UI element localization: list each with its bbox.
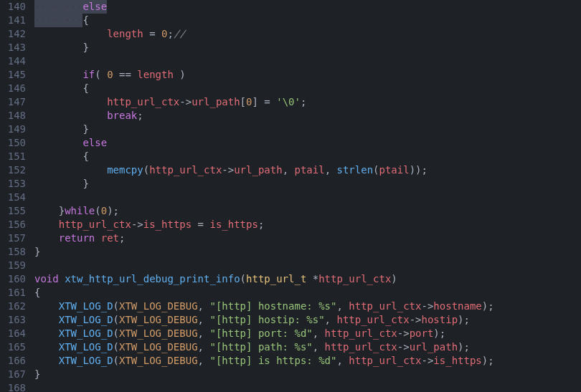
token-str: "[http] hostname: %s" <box>209 300 336 312</box>
token-var: length <box>137 69 174 80</box>
code-line[interactable]: break; <box>34 109 581 123</box>
code-line[interactable] <box>34 259 581 272</box>
token-num: 0 <box>101 205 107 216</box>
code-line[interactable]: { <box>34 82 581 95</box>
token-op: ] = <box>252 96 276 107</box>
token-var: url_path <box>410 341 458 353</box>
token-op: ; <box>258 219 264 230</box>
token-op: ) <box>174 69 186 80</box>
token-op: , <box>198 328 210 339</box>
token-op: ( <box>113 328 119 339</box>
token-op: ( <box>143 164 149 176</box>
line-number: 163 <box>7 313 26 327</box>
code-line[interactable]: http_url_ctx->url_path[0] = '\0'; <box>34 95 581 109</box>
token-called: strlen <box>337 164 374 176</box>
token-const: XTW_LOG_DEBUG <box>119 341 198 353</box>
token-var: ret <box>101 232 119 244</box>
code-line[interactable]: XTW_LOG_D(XTW_LOG_DEBUG, "[http] port: %… <box>34 327 581 340</box>
token-var: length <box>107 28 143 39</box>
token-var: http_url_ctx <box>349 300 421 312</box>
token-op: { <box>34 150 89 162</box>
token-str: "[http] port: %d" <box>209 328 312 339</box>
line-number-gutter: 1401411421431441451461471481491501511521… <box>0 0 34 392</box>
token-op: } <box>34 246 40 257</box>
token-op: ( <box>95 69 107 80</box>
token-op: { <box>34 287 40 298</box>
token-op <box>34 341 59 353</box>
code-line[interactable]: else <box>34 136 581 150</box>
line-number: 145 <box>7 68 26 82</box>
code-line[interactable]: ········else <box>34 0 581 14</box>
token-op: ) <box>391 273 397 285</box>
line-number: 150 <box>7 136 26 150</box>
token-called: XTW_LOG_D <box>59 341 113 353</box>
code-line[interactable]: { <box>34 286 581 300</box>
token-op: ( <box>113 314 119 325</box>
token-num: 0 <box>107 69 113 80</box>
code-line[interactable] <box>34 381 581 392</box>
token-op: [ <box>240 96 246 107</box>
token-kw: return <box>59 232 95 244</box>
token-op: , <box>313 328 325 339</box>
token-ws: ········ <box>34 14 82 26</box>
code-line[interactable]: } <box>34 177 581 191</box>
token-op: -> <box>397 328 410 339</box>
token-op: ); <box>433 328 445 339</box>
code-line[interactable]: { <box>34 150 581 163</box>
code-line[interactable]: } <box>34 368 581 381</box>
token-op: ( <box>113 300 119 312</box>
token-var: http_url_ctx <box>149 164 222 176</box>
token-op: -> <box>421 355 433 366</box>
token-op: , <box>283 164 295 176</box>
token-op <box>34 28 107 39</box>
line-number: 165 <box>7 340 26 354</box>
token-called: XTW_LOG_D <box>59 300 113 312</box>
token-sel: ········else <box>34 0 107 14</box>
code-area[interactable]: ········else········{ length = 0;// } if… <box>34 0 581 392</box>
token-called: XTW_LOG_D <box>59 355 113 366</box>
line-number: 168 <box>7 381 26 392</box>
token-op: , <box>198 314 210 325</box>
line-number: 151 <box>7 150 26 163</box>
token-op <box>59 273 65 285</box>
code-line[interactable]: XTW_LOG_D(XTW_LOG_DEBUG, "[http] hostnam… <box>34 300 581 313</box>
token-op: ); <box>482 300 494 312</box>
line-number: 148 <box>7 109 26 123</box>
code-editor[interactable]: 1401411421431441451461471481491501511521… <box>0 0 581 392</box>
code-line[interactable]: http_url_ctx->is_https = is_https; <box>34 218 581 231</box>
code-line[interactable]: XTW_LOG_D(XTW_LOG_DEBUG, "[http] hostip:… <box>34 313 581 327</box>
code-line[interactable]: XTW_LOG_D(XTW_LOG_DEBUG, "[http] path: %… <box>34 340 581 354</box>
code-line[interactable]: return ret; <box>34 231 581 245</box>
code-line[interactable]: memcpy(http_url_ctx->url_path, ptail, st… <box>34 163 581 177</box>
token-var: is_https <box>143 219 192 230</box>
token-type: http_url_t <box>246 273 306 285</box>
code-line[interactable]: void xtw_http_url_debug_print_info(http_… <box>34 272 581 286</box>
line-number: 146 <box>7 82 26 95</box>
token-kw: if <box>82 69 95 80</box>
code-line[interactable]: length = 0;// <box>34 27 581 41</box>
token-op: ); <box>107 205 119 216</box>
token-op <box>34 314 59 325</box>
code-line[interactable]: }while(0); <box>34 204 581 218</box>
token-op <box>95 232 100 244</box>
token-var: http_url_ctx <box>349 355 421 366</box>
token-op: -> <box>421 300 433 312</box>
token-var: is_https <box>209 219 258 230</box>
token-op <box>34 96 107 107</box>
token-op <box>34 355 59 366</box>
code-line[interactable] <box>34 54 581 68</box>
token-op: { <box>34 82 89 94</box>
line-number: 144 <box>7 54 26 68</box>
code-line[interactable]: XTW_LOG_D(XTW_LOG_DEBUG, "[http] is http… <box>34 354 581 368</box>
code-line[interactable] <box>34 191 581 204</box>
code-line[interactable]: } <box>34 123 581 136</box>
token-var: url_path <box>192 96 240 107</box>
token-ws: ········ <box>34 1 82 12</box>
code-line[interactable]: } <box>34 245 581 259</box>
token-called: memcpy <box>107 164 143 176</box>
token-var: ptail <box>379 164 410 176</box>
code-line[interactable]: ········{ <box>34 14 581 27</box>
code-line[interactable]: if( 0 == length ) <box>34 68 581 82</box>
code-line[interactable]: } <box>34 41 581 54</box>
line-number: 154 <box>7 191 26 204</box>
